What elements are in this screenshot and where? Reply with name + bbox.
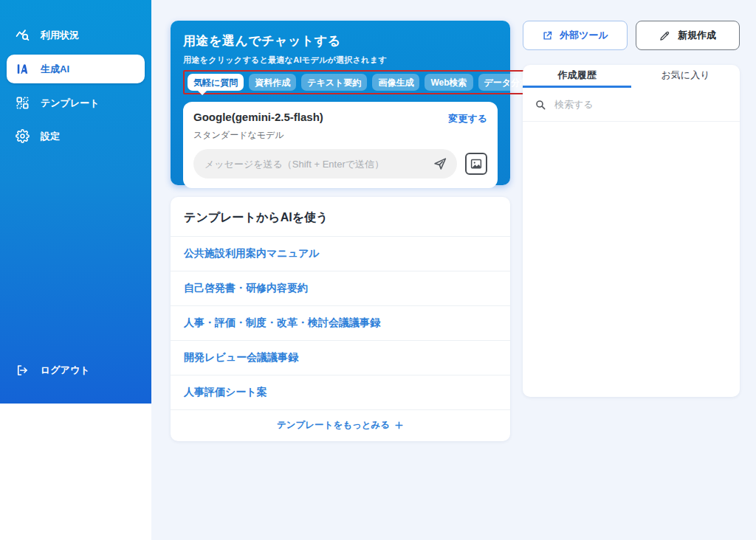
sidebar-item-logout[interactable]: ログアウト <box>0 356 151 384</box>
pencil-icon <box>659 30 670 41</box>
purpose-tag-casual[interactable]: 気軽に質問 <box>188 74 244 91</box>
sidebar-item-label: 生成AI <box>41 63 69 76</box>
purpose-tag-docs[interactable]: 資料作成 <box>249 74 296 91</box>
sidebar-item-usage[interactable]: 利用状況 <box>0 19 151 51</box>
sidebar: 利用状況生成AIテンプレート設定 ログアウト <box>0 0 151 404</box>
logout-icon <box>16 364 29 377</box>
search-row <box>523 88 740 122</box>
template-grid-icon <box>16 96 30 110</box>
template-item[interactable]: 公共施設利用案内マニュアル <box>171 236 510 271</box>
gear-icon <box>16 129 30 143</box>
change-model-link[interactable]: 変更する <box>448 112 487 125</box>
search-icon <box>535 99 546 111</box>
model-description: スタンダードなモデル <box>193 129 487 142</box>
template-card-title: テンプレートからAIを使う <box>171 197 510 236</box>
template-card: テンプレートからAIを使う 公共施設利用案内マニュアル自己啓発書・研修内容要約人… <box>171 197 510 441</box>
sidebar-item-settings[interactable]: 設定 <box>0 120 151 152</box>
purpose-tag-web[interactable]: Web検索 <box>425 74 472 91</box>
sidebar-nav: 利用状況生成AIテンプレート設定 <box>0 0 151 152</box>
purpose-tag-summary[interactable]: テキスト要約 <box>301 74 367 91</box>
message-input-wrap <box>193 149 457 179</box>
image-icon <box>470 157 483 170</box>
chat-card-subtitle: 用途をクリックすると最適なAIモデルが選択されます <box>183 55 498 66</box>
new-create-button[interactable]: 新規作成 <box>636 21 740 50</box>
message-input[interactable] <box>205 159 432 170</box>
template-item[interactable]: 開発レビュー会議議事録 <box>171 340 510 375</box>
history-panel: 作成履歴お気に入り <box>523 65 740 397</box>
chat-card: 用途を選んでチャットする 用途をクリックすると最適なAIモデルが選択されます 気… <box>171 21 510 185</box>
send-icon[interactable] <box>432 156 448 172</box>
template-item[interactable]: 自己啓発書・研修内容要約 <box>171 271 510 305</box>
sidebar-item-ai[interactable]: 生成AI <box>7 55 145 83</box>
usage-chart-icon <box>16 28 30 42</box>
template-item[interactable]: 人事評価シート案 <box>171 375 510 409</box>
model-card: Google(gemini-2.5-flash) 変更する スタンダードなモデル <box>183 102 498 188</box>
model-name: Google(gemini-2.5-flash) <box>193 111 323 123</box>
sidebar-item-label: テンプレート <box>41 97 100 110</box>
tab-favorites[interactable]: お気に入り <box>631 65 740 88</box>
template-more-link[interactable]: テンプレートをもっとみる <box>171 409 510 441</box>
external-tools-label: 外部ツール <box>560 29 608 42</box>
tabs: 作成履歴お気に入り <box>523 65 740 88</box>
tab-history[interactable]: 作成履歴 <box>523 65 631 88</box>
logout-label: ログアウト <box>41 364 90 377</box>
plus-icon <box>394 420 404 430</box>
sidebar-item-label: 設定 <box>41 130 60 143</box>
external-tools-button[interactable]: 外部ツール <box>523 21 628 50</box>
purpose-tag-image[interactable]: 画像生成 <box>372 74 419 91</box>
external-link-icon <box>542 30 553 41</box>
sidebar-item-template[interactable]: テンプレート <box>0 87 151 119</box>
annotation-box: 気軽に質問資料作成テキスト要約画像生成Web検索データ分析 <box>183 70 539 94</box>
template-list: 公共施設利用案内マニュアル自己啓発書・研修内容要約人事・評価・制度・改革・検討会… <box>171 236 510 409</box>
chat-card-title: 用途を選んでチャットする <box>183 32 498 49</box>
new-create-label: 新規作成 <box>678 29 716 42</box>
sidebar-item-label: 利用状況 <box>41 29 79 42</box>
generative-ai-icon <box>16 62 30 76</box>
template-item[interactable]: 人事・評価・制度・改革・検討会議議事録 <box>171 305 510 340</box>
attach-image-button[interactable] <box>465 153 487 175</box>
template-more-label: テンプレートをもっとみる <box>277 419 390 432</box>
search-input[interactable] <box>554 99 728 110</box>
